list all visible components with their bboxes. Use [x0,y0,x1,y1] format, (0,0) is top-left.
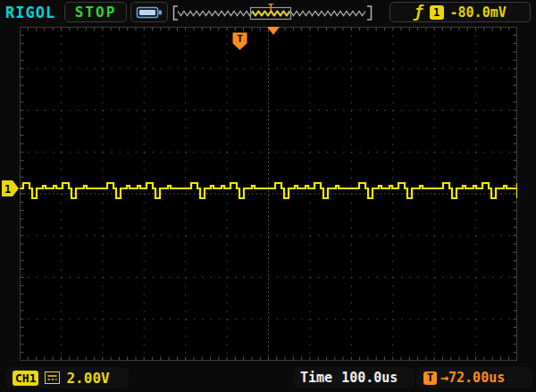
timebase-badge: Time 100.0us [293,367,415,388]
horizontal-position-graphic: T [170,2,375,23]
grid-and-waveform [20,27,517,361]
trigger-offset-value: →72.00us [440,370,505,386]
trigger-time-flag[interactable]: T [232,32,247,51]
battery-icon [136,5,163,20]
bracket-left-icon [174,6,179,20]
time-label: Time [300,370,332,386]
bottom-bar: CH1 2.00V Time 100.0us T →72.00us [0,363,536,392]
channel1-settings-badge[interactable]: CH1 2.00V [5,367,129,388]
channel1-marker[interactable]: 1 [2,180,20,196]
oscilloscope-screen: RIGOL STOP T ƒ 1 -80.0mV [0,0,536,392]
channel1-scale-value: 2.00V [66,370,109,387]
battery-indicator [130,2,168,22]
trigger-level-value: -80.0mV [450,4,507,21]
hpos-trigger-letter: T [268,3,273,13]
trigger-flag-letter: T [237,33,243,45]
dc-coupling-icon [45,371,60,384]
trigger-offset-badge: T →72.00us [416,367,532,388]
trigger-offset-chip: T [423,371,437,385]
graticule: T 1 [20,27,517,361]
run-status-label: STOP [75,4,117,21]
channel1-chip: CH1 [13,371,38,386]
run-status-badge[interactable]: STOP [64,2,127,22]
brand-logo: RIGOL [5,4,55,21]
bracket-right-icon [367,6,372,20]
trigger-status-badge: ƒ 1 -80.0mV [389,2,531,22]
horizontal-position-bar[interactable]: T [170,2,375,23]
trigger-source-chip: 1 [430,5,444,20]
trigger-edge-icon: ƒ [414,4,423,20]
status-bar: RIGOL STOP T ƒ 1 -80.0mV [0,0,536,25]
trigger-position-marker[interactable] [267,27,280,35]
channel1-marker-number: 1 [4,183,11,196]
time-value: 100.0us [341,370,398,386]
